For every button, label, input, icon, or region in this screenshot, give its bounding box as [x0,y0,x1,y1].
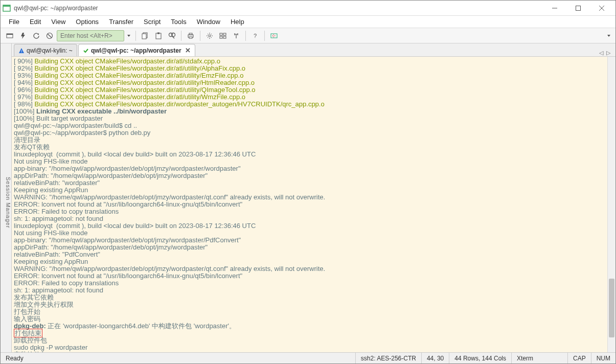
menu-script[interactable]: Script [140,17,165,27]
svg-point-20 [209,35,211,37]
menu-edit[interactable]: Edit [26,17,45,27]
window-controls [543,1,613,15]
settings-icon[interactable] [203,30,216,42]
svg-rect-7 [7,34,13,35]
svg-rect-22 [223,33,226,35]
session-manager-gutter[interactable]: Session Manager [1,43,12,352]
command-icon[interactable] [230,30,242,42]
status-cursor-pos: 44, 30 [421,353,449,363]
status-caps: CAP [567,353,591,363]
svg-rect-1 [3,5,10,7]
svg-text:?: ? [254,33,257,39]
menu-tools[interactable]: Tools [167,17,190,27]
separator [181,31,181,41]
sessions-icon[interactable] [217,30,229,42]
close-icon[interactable]: ✕ [185,47,191,54]
svg-rect-3 [576,6,581,10]
menu-view[interactable]: View [47,17,70,27]
check-icon [83,48,89,54]
quick-connect-icon[interactable] [17,30,29,42]
svg-point-16 [172,33,175,36]
scrollbar-thumb[interactable] [609,279,614,338]
menu-window[interactable]: Window [193,17,224,27]
host-input[interactable] [57,30,124,41]
separator [200,31,200,41]
separator [264,31,265,41]
svg-rect-19 [189,37,192,38]
menubar: File Edit View Options Transfer Script T… [1,16,615,28]
close-button[interactable] [590,1,613,15]
statusbar: Ready ssh2: AES-256-CTR 44, 30 44 Rows, … [1,352,615,363]
xfer-icon[interactable] [268,30,280,42]
status-connection: ssh2: AES-256-CTR [355,353,421,363]
tab-label: qwl@qwl-kylin: ~ [27,47,73,54]
titlebar: qwl@qwl-pc: ~/app/wordpaster [1,1,615,16]
help-icon[interactable]: ? [249,30,261,42]
status-size: 44 Rows, 144 Cols [449,353,511,363]
svg-rect-11 [142,34,146,39]
svg-rect-24 [223,36,226,38]
tabbar: ! qwl@qwl-kylin: ~ qwl@qwl-pc: ~/app/wor… [12,43,615,57]
status-term-type: Xterm [511,353,567,363]
tab-prev-icon[interactable]: ◁ [599,50,603,56]
status-num: NUM [591,353,615,363]
status-ready: Ready [1,353,355,363]
maximize-button[interactable] [566,1,590,15]
host-dropdown-icon[interactable] [125,30,132,41]
reconnect-icon[interactable] [30,30,42,42]
vertical-scrollbar[interactable] [607,57,615,352]
menu-help[interactable]: Help [226,17,248,27]
app-icon [3,4,11,12]
menu-options[interactable]: Options [72,17,103,27]
menu-transfer[interactable]: Transfer [105,17,138,27]
svg-rect-21 [220,33,222,35]
tab-session-2[interactable]: qwl@qwl-pc: ~/app/wordpaster ✕ [78,44,195,56]
window-title: qwl@qwl-pc: ~/app/wordpaster [14,5,543,12]
print-icon[interactable] [185,30,197,42]
svg-rect-13 [157,32,159,34]
svg-text:!: ! [21,49,22,54]
paste-icon[interactable] [152,30,165,42]
terminal-output[interactable]: [ 90%] Building CXX object CMakeFiles/wo… [12,57,607,352]
svg-rect-12 [156,33,161,39]
svg-line-9 [48,34,52,38]
svg-rect-18 [189,33,192,35]
minimize-button[interactable] [543,1,566,15]
separator [135,31,136,41]
svg-rect-23 [220,36,222,38]
toolbar: ? [1,28,615,43]
disconnect-icon[interactable] [43,30,56,42]
connect-icon[interactable] [4,30,16,42]
tab-label: qwl@qwl-pc: ~/app/wordpaster [91,47,181,54]
warning-icon: ! [18,48,25,54]
toolbar-overflow-icon[interactable] [605,30,612,41]
separator [245,31,246,41]
tab-session-1[interactable]: ! qwl@qwl-kylin: ~ [14,44,77,56]
find-icon[interactable] [166,30,178,42]
menu-file[interactable]: File [5,17,24,27]
copy-icon[interactable] [139,30,151,42]
tab-next-icon[interactable]: ▷ [606,50,610,56]
